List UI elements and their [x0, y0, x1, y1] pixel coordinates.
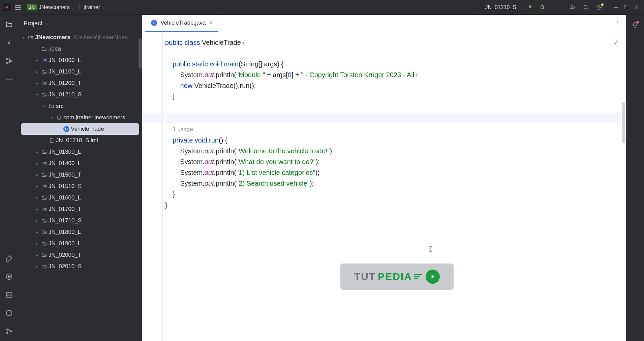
minimize-button[interactable]: ─ — [614, 5, 618, 10]
svg-rect-28 — [44, 209, 46, 210]
class-icon: C — [151, 20, 157, 26]
run-button[interactable] — [527, 3, 533, 11]
run-config-icon — [477, 5, 482, 10]
svg-rect-26 — [44, 186, 46, 187]
build-tool-icon[interactable] — [5, 255, 13, 262]
svg-point-16 — [10, 331, 11, 332]
tree-item--idea[interactable]: .idea — [18, 43, 142, 55]
tree-item-jn-01400-l[interactable]: JN_01400_L — [18, 158, 142, 169]
svg-point-22 — [57, 116, 61, 120]
editor-tabs: C VehicleTrade.java × ⋮ — [142, 15, 626, 32]
search-icon[interactable] — [583, 4, 589, 11]
svg-point-9 — [8, 79, 10, 80]
svg-rect-6 — [6, 62, 8, 64]
svg-rect-23 — [44, 152, 46, 153]
svg-point-1 — [571, 5, 573, 7]
services-tool-icon[interactable] — [5, 273, 13, 280]
svg-point-3 — [599, 6, 601, 8]
project-badge: JN — [27, 4, 37, 10]
svg-rect-19 — [44, 72, 46, 73]
tree-item-jn-01700-t[interactable]: JN_01700_T — [18, 204, 142, 215]
close-tab-button[interactable]: × — [209, 20, 212, 26]
more-actions-button[interactable]: ⋮ — [551, 4, 557, 11]
project-tool-icon[interactable] — [5, 21, 13, 28]
tab-label: VehicleTrade.java — [160, 20, 206, 26]
project-name: JNewcomers — [39, 4, 70, 10]
svg-point-14 — [6, 329, 8, 330]
tree-item-jn-01600-l[interactable]: JN_01600_L — [18, 192, 142, 204]
vcs-tool-icon[interactable] — [5, 328, 13, 335]
svg-rect-20 — [44, 83, 46, 84]
text-caret — [165, 115, 165, 123]
user-selector[interactable]: ᛘ jtrainer ⌵ — [78, 4, 104, 10]
project-selector[interactable]: JN JNewcomers ⌵ — [27, 4, 74, 10]
tree-item-jn-01510-s[interactable]: JN_01510_S — [18, 181, 142, 192]
maximize-button[interactable]: ☐ — [624, 5, 628, 10]
structure-tool-icon[interactable] — [5, 57, 13, 65]
code-editor[interactable]: ✓ public class VehicleTrade { public sta… — [142, 32, 626, 341]
debug-button[interactable] — [539, 3, 546, 11]
scrollbar-thumb[interactable] — [139, 38, 142, 69]
svg-rect-17 — [31, 37, 32, 38]
more-tools-icon[interactable] — [5, 75, 13, 83]
code-with-me-icon[interactable] — [569, 4, 576, 11]
chevron-down-icon: ⌵ — [519, 5, 521, 10]
left-tool-strip — [0, 15, 18, 341]
tree-item-jn-01900-l[interactable]: JN_01900_L — [18, 238, 142, 249]
notification-badge — [636, 21, 639, 24]
tree-item-jn-01000-l[interactable]: JN_01000_L — [18, 55, 142, 66]
project-tree[interactable]: JNewcomersC:\Users\jtrainer\Idea .idea J… — [18, 32, 142, 341]
minimap-thumb[interactable] — [622, 102, 625, 143]
svg-rect-21 — [44, 95, 46, 96]
titlebar: IJ JN JNewcomers ⌵ ᛘ jtrainer ⌵ JN_01210… — [0, 0, 644, 15]
commit-tool-icon[interactable] — [5, 39, 13, 46]
tree-item-jn-02000-t[interactable]: JN_02000_T — [18, 249, 142, 261]
tree-item-com-jtrainer-jnewcomers[interactable]: com.jtrainer.jnewcomers — [18, 112, 142, 123]
tree-item-jn-01100-l[interactable]: JN_01100_L — [18, 66, 142, 78]
tree-item-jn-01500-t[interactable]: JN_01500_T — [18, 169, 142, 181]
svg-rect-29 — [44, 221, 46, 222]
right-tool-strip — [626, 15, 644, 341]
close-button[interactable]: ✕ — [634, 5, 639, 10]
main-menu-button[interactable] — [15, 3, 23, 11]
terminal-tool-icon[interactable] — [5, 291, 13, 299]
project-sidebar: Project ⌵ JNewcomersC:\Users\jtrainer\Id… — [18, 15, 142, 341]
inspection-ok-icon[interactable]: ✓ — [613, 37, 619, 48]
svg-rect-12 — [6, 292, 12, 298]
tree-item-jn-01710-s[interactable]: JN_01710_S — [18, 215, 142, 226]
svg-point-8 — [6, 79, 7, 80]
tree-item-src[interactable]: src — [18, 100, 142, 112]
tree-item-jn-01800-l[interactable]: JN_01800_L — [18, 226, 142, 238]
sidebar-header[interactable]: Project ⌵ — [18, 15, 142, 32]
tree-item-vehicletrade[interactable]: C VehicleTrade — [21, 123, 139, 135]
tree-item-jn-01210-s[interactable]: JN_01210_S — [18, 89, 142, 100]
tree-item-jn-01200-t[interactable]: JN_01200_T — [18, 78, 142, 89]
app-icon: IJ — [3, 3, 11, 11]
svg-point-15 — [6, 333, 8, 334]
play-icon — [426, 270, 440, 284]
tree-item-jn-01210-s-iml[interactable]: JN_01210_S.iml — [18, 135, 142, 146]
svg-rect-27 — [44, 198, 46, 199]
editor-minimap[interactable] — [621, 32, 626, 341]
svg-rect-18 — [44, 60, 46, 61]
chevron-down-icon: ⌵ — [102, 5, 104, 10]
notifications-icon[interactable] — [632, 21, 639, 28]
text-cursor-indicator: I — [428, 244, 432, 255]
tree-item-jn-02010-s[interactable]: JN_02010_S — [18, 261, 142, 272]
user-label: jtrainer — [84, 4, 100, 10]
tree-item-jn-01300-l[interactable]: JN_01300_L — [18, 146, 142, 158]
editor-more-button[interactable]: ⋮ — [614, 20, 620, 27]
tree-root[interactable]: JNewcomersC:\Users\jtrainer\Idea — [18, 32, 142, 43]
svg-rect-5 — [6, 58, 8, 60]
settings-icon[interactable] — [596, 4, 603, 11]
sidebar-title: Project — [24, 20, 42, 27]
svg-rect-32 — [44, 255, 46, 256]
tab-vehicletrade[interactable]: C VehicleTrade.java × — [145, 15, 218, 32]
update-badge — [601, 3, 604, 6]
problems-tool-icon[interactable] — [5, 309, 13, 317]
run-config-selector[interactable]: JN_01210_S ⌵ — [477, 4, 521, 10]
branch-icon: ᛘ — [78, 4, 82, 10]
run-config-label: JN_01210_S — [485, 4, 516, 10]
svg-point-4 — [8, 42, 10, 44]
watermark-logo: TUT PEDIA — [340, 264, 454, 290]
